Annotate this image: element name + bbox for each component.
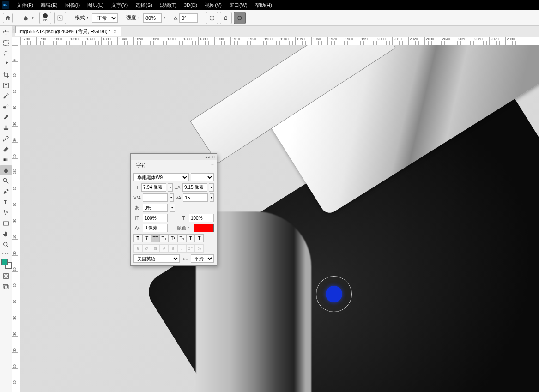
menu-3d[interactable]: 3D(D) — [180, 1, 201, 9]
path-selection-tool[interactable] — [0, 207, 12, 218]
menu-window[interactable]: 窗口(W) — [225, 0, 251, 10]
allcaps-button[interactable]: TT — [151, 234, 160, 242]
character-tab[interactable]: 字符 — [133, 160, 149, 170]
strength-input[interactable] — [143, 13, 162, 23]
brush-preset-picker[interactable]: 26 — [39, 12, 51, 24]
foreground-color[interactable] — [1, 259, 8, 265]
menu-edit[interactable]: 编辑(E) — [37, 0, 61, 10]
canvas-image[interactable] — [20, 45, 539, 392]
ruler-vertical[interactable]: 0303030303030280303030103030301030303030… — [12, 45, 20, 392]
ruler-marker — [317, 37, 317, 45]
font-style-select[interactable]: - — [191, 173, 214, 181]
dodge-tool[interactable] — [0, 175, 12, 186]
rectangle-tool[interactable] — [0, 218, 12, 229]
edit-toolbar[interactable]: ••• — [0, 250, 11, 257]
sample-all-layers-button[interactable] — [234, 12, 246, 24]
history-brush-tool[interactable] — [0, 133, 12, 144]
menu-layer[interactable]: 图层(L) — [84, 0, 107, 10]
leading-input[interactable] — [182, 183, 207, 192]
panel-header[interactable]: ◂◂ × — [131, 154, 217, 160]
hand-tool[interactable] — [0, 229, 12, 239]
move-tool[interactable] — [0, 27, 12, 37]
ordinals-button[interactable]: 1ˢᵗ — [186, 244, 195, 253]
brush-settings-button[interactable] — [54, 12, 66, 24]
ruler-origin[interactable] — [12, 37, 20, 45]
baseline-shift-input[interactable] — [143, 224, 168, 232]
magic-wand-tool[interactable] — [0, 59, 12, 69]
close-icon[interactable]: × — [114, 29, 116, 34]
marquee-tool[interactable] — [0, 37, 12, 48]
contextual-button[interactable]: σ — [142, 244, 151, 253]
fractions-button[interactable]: ½ — [195, 244, 204, 253]
close-panel-icon[interactable]: × — [212, 155, 215, 159]
chevron-down-icon[interactable]: ▾ — [168, 183, 173, 192]
menu-filter[interactable]: 滤镜(T) — [156, 0, 180, 10]
menu-file[interactable]: 文件(F) — [13, 0, 37, 10]
menu-view[interactable]: 视图(V) — [201, 0, 225, 10]
collapse-icon[interactable]: ◂◂ — [205, 155, 210, 159]
pressure-size-button[interactable] — [206, 12, 218, 24]
menu-help[interactable]: 帮助(H) — [251, 0, 276, 10]
panel-menu-icon[interactable]: ≡ — [211, 163, 214, 168]
kerning-input[interactable] — [143, 193, 168, 202]
vertical-scale-input[interactable] — [143, 214, 168, 222]
menu-select[interactable]: 选择(S) — [132, 0, 156, 10]
swash-button[interactable]: A — [160, 244, 169, 253]
character-panel[interactable]: ◂◂ × 字符 ≡ 华康黑体W9 - тT ▾ ‡A ▾ V/A ▾ VA ▾ … — [130, 153, 217, 266]
text-color-swatch[interactable] — [194, 224, 214, 232]
leading-icon: ‡A — [175, 184, 181, 191]
strikethrough-button[interactable]: T — [195, 234, 204, 242]
blur-tool[interactable] — [0, 165, 12, 175]
crop-tool[interactable] — [0, 69, 12, 80]
zoom-tool[interactable] — [0, 239, 12, 250]
smallcaps-button[interactable]: Tᴛ — [160, 234, 169, 242]
finger-painting-button[interactable] — [220, 12, 232, 24]
canvas[interactable]: 1780179018001810182018301840185018601870… — [12, 37, 539, 392]
chevron-down-icon[interactable]: ▾ — [210, 193, 214, 202]
screen-mode-tool[interactable] — [0, 281, 12, 292]
pen-tool[interactable] — [0, 186, 12, 197]
color-swatches[interactable] — [1, 259, 12, 269]
antialiasing-select[interactable]: 平滑 — [191, 254, 214, 263]
discretionary-button[interactable]: st — [151, 244, 160, 253]
language-select[interactable]: 美国英语 — [133, 254, 180, 263]
document-tab-title: Img555232.psd @ 409% (背景, RGB/8) * — [18, 28, 111, 35]
chevron-down-icon[interactable]: ▾ — [170, 204, 175, 212]
chevron-down-icon[interactable]: ▾ — [209, 183, 214, 192]
font-family-select[interactable]: 华康黑体W9 — [133, 173, 189, 181]
frame-tool[interactable] — [0, 80, 12, 90]
healing-brush-tool[interactable] — [0, 101, 12, 112]
blend-mode-select[interactable]: 正常 — [92, 13, 118, 23]
bold-button[interactable]: T — [133, 234, 142, 242]
underline-button[interactable]: T — [186, 234, 195, 242]
current-tool-icon[interactable]: ▾ — [19, 14, 36, 22]
tracking-input[interactable] — [183, 193, 208, 202]
ligatures-button[interactable]: fi — [133, 244, 142, 253]
gradient-tool[interactable] — [0, 154, 12, 165]
panel-collapse-handle[interactable]: » — [12, 26, 16, 33]
home-button[interactable] — [3, 13, 13, 23]
brush-tool[interactable] — [0, 112, 12, 122]
document-tab[interactable]: Img555232.psd @ 409% (背景, RGB/8) * × — [15, 27, 121, 36]
menu-type[interactable]: 文字(Y) — [108, 0, 132, 10]
stylistic-button[interactable]: ā — [169, 244, 177, 253]
menu-image[interactable]: 图像(I) — [61, 0, 84, 10]
titling-button[interactable]: T — [177, 244, 186, 253]
italic-button[interactable]: T — [142, 234, 151, 242]
lasso-tool[interactable] — [0, 48, 12, 59]
brush-panel-icon — [57, 15, 63, 21]
chevron-down-icon[interactable]: ▾ — [170, 193, 174, 202]
ruler-horizontal[interactable]: 1780179018001810182018301840185018601870… — [20, 37, 539, 45]
font-size-input[interactable] — [141, 183, 166, 192]
quick-mask-tool[interactable] — [0, 271, 12, 281]
clone-stamp-tool[interactable] — [0, 122, 12, 133]
font-size-icon: тT — [133, 184, 139, 191]
eyedropper-tool[interactable] — [0, 90, 12, 101]
eraser-tool[interactable] — [0, 144, 12, 154]
type-tool[interactable]: T — [0, 197, 12, 207]
superscript-button[interactable]: T¹ — [169, 234, 177, 242]
horizontal-scale-input[interactable] — [189, 214, 214, 222]
subscript-button[interactable]: T₁ — [177, 234, 186, 242]
angle-input[interactable] — [179, 13, 198, 23]
scale-input[interactable] — [143, 204, 168, 212]
